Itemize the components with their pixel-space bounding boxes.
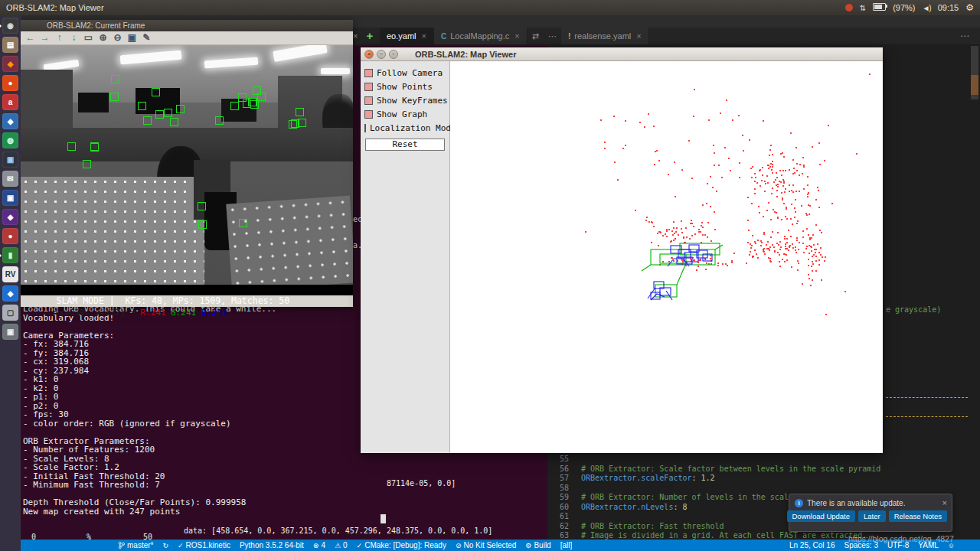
terminal-text-fragment: 0 xyxy=(31,533,36,540)
info-icon: i xyxy=(795,499,803,507)
map-3d-view[interactable] xyxy=(450,61,883,453)
launcher-icon-app-9[interactable]: ✉ xyxy=(2,171,18,187)
launcher-icon-dash[interactable]: ◉ xyxy=(2,18,18,34)
later-button[interactable]: Later xyxy=(858,510,886,522)
minimize-button[interactable]: − xyxy=(377,50,386,59)
code-fragment: e grayscale) xyxy=(886,305,941,314)
code-text: # ORB Extractor: Fast threshold xyxy=(581,522,724,532)
launcher-icon-pangolin[interactable]: ▮ xyxy=(2,247,18,263)
launcher-icon-app-10[interactable]: ▣ xyxy=(2,190,18,206)
map-viewer-titlebar[interactable]: × − ▫ ORB-SLAM2: Map Viewer xyxy=(361,47,883,61)
checkbox-follow-camera[interactable]: Follow Camera xyxy=(361,66,449,80)
tab-close-icon[interactable]: × xyxy=(422,31,426,41)
launcher-icon-app-11[interactable]: ◈ xyxy=(2,209,18,225)
pixel-coords: (x=639, y=127) ~ xyxy=(54,308,141,318)
status-item-0[interactable]: ⚠0 xyxy=(331,541,351,549)
launcher-icon-app-5[interactable]: a xyxy=(2,94,18,110)
status-item--all-[interactable]: [all] xyxy=(557,541,577,549)
pan-icon[interactable]: ▭ xyxy=(82,31,95,44)
status-item-cmake-debug-ready[interactable]: ✓CMake: [Debug]: Ready xyxy=(353,541,450,549)
tab-close-icon[interactable]: × xyxy=(636,31,641,41)
keyframe-graph xyxy=(450,61,883,453)
status-item-no-kit-selected[interactable]: ⊘No Kit Selected xyxy=(452,541,520,549)
tab-eo-yaml[interactable]: eo.yaml× xyxy=(380,28,434,44)
session-indicator-icon[interactable] xyxy=(845,4,853,11)
properties-icon[interactable]: ✎ xyxy=(140,31,153,44)
image-viewer-glyph: ▣ xyxy=(7,328,14,336)
notification-close-icon[interactable]: × xyxy=(942,498,947,507)
app-4-glyph: ● xyxy=(8,80,12,87)
launcher-icon-app-3[interactable]: ◆ xyxy=(2,56,18,72)
line-number: 58 xyxy=(549,484,569,494)
launcher-icon-app-4[interactable]: ● xyxy=(2,75,18,91)
launcher-icon-rviz[interactable]: RV xyxy=(2,266,18,282)
monitor xyxy=(78,93,109,112)
app-11-glyph: ◈ xyxy=(8,214,14,221)
launcher-icon-app-12[interactable]: ● xyxy=(2,228,18,244)
checkbox-show-graph[interactable]: Show Graph xyxy=(361,107,449,121)
app-9-glyph: ✉ xyxy=(7,175,13,183)
status-item-python-3-5-2-64-bit[interactable]: Python 3.5.2 64-bit xyxy=(236,541,308,549)
session-gear-icon[interactable]: ⚙ xyxy=(965,2,974,13)
current-frame-titlebar[interactable]: ORB-SLAM2: Current Frame xyxy=(21,20,353,31)
status-item-ln-25-col-16[interactable]: Ln 25, Col 16 xyxy=(786,541,839,549)
launcher-icon-files[interactable]: ▤ xyxy=(2,37,18,53)
add-file-icon[interactable]: + xyxy=(364,31,375,41)
split-editor-icon[interactable]: ⇄ xyxy=(528,31,544,41)
launcher-icon-gedit[interactable]: ▢ xyxy=(2,305,18,321)
current-frame-window: ORB-SLAM2: Current Frame ←→↑↓▭⊕⊖▣✎ xyxy=(21,20,353,306)
feature-marker xyxy=(111,75,119,83)
forward-icon[interactable]: → xyxy=(38,31,51,44)
tab-close-icon[interactable]: × xyxy=(514,31,519,41)
terminal-line: - cx: 319.068 xyxy=(23,357,276,367)
editor-more-icon[interactable]: ⋯ xyxy=(544,31,561,41)
battery-icon[interactable] xyxy=(873,3,886,12)
release-notes-button[interactable]: Release Notes xyxy=(889,510,947,522)
volume-icon[interactable]: ◄) xyxy=(922,4,930,12)
close-button[interactable]: × xyxy=(364,50,374,59)
zoom-out-icon[interactable]: ⊖ xyxy=(111,31,124,44)
terminal-line: - fx: 384.716 xyxy=(23,340,276,349)
notification-buttons: Download UpdateLaterRelease Notes xyxy=(789,510,952,522)
active-window-title: ORB-SLAM2: Map Viewer xyxy=(6,3,104,12)
terminal-text-fragment: % xyxy=(87,533,91,540)
pixel-blue: B:241 xyxy=(201,308,227,318)
status-item-master-[interactable]: master* xyxy=(114,541,157,549)
tab-localmapping-c[interactable]: CLocalMapping.c× xyxy=(434,28,528,44)
network-icon[interactable]: ⇅ xyxy=(860,4,866,12)
app-15-glyph: ◆ xyxy=(8,290,14,298)
checkbox-box xyxy=(364,110,373,119)
feature-marker xyxy=(249,98,257,106)
app-6-glyph: ◆ xyxy=(8,118,14,126)
launcher-icon-app-7[interactable]: ◍ xyxy=(2,132,18,148)
status-item[interactable]: ↻ xyxy=(158,542,172,549)
editor-group-more-icon[interactable]: ⋯ xyxy=(960,31,969,41)
down-icon[interactable]: ↓ xyxy=(67,31,80,44)
line-number: 59 xyxy=(549,493,569,503)
launcher-icon-app-8[interactable]: ▣ xyxy=(2,152,18,168)
maximize-button[interactable]: ▫ xyxy=(389,50,398,59)
checkbox-show-points[interactable]: Show Points xyxy=(361,80,449,93)
checkbox-localization-mode[interactable]: Localization Mode xyxy=(361,121,449,135)
zoom-in-icon[interactable]: ⊕ xyxy=(96,31,109,44)
feature-marker xyxy=(138,102,146,110)
reset-button[interactable]: Reset xyxy=(365,139,445,151)
tab-realsense-yaml[interactable]: !realsense.yaml× xyxy=(561,28,649,44)
launcher-icon-app-6[interactable]: ◆ xyxy=(2,113,18,129)
running-indicator xyxy=(0,253,2,259)
save-icon[interactable]: ▣ xyxy=(126,31,139,44)
launcher-icon-image-viewer[interactable]: ▣ xyxy=(2,324,18,340)
download-update-button[interactable]: Download Update xyxy=(787,510,856,522)
status-item-build[interactable]: ⚙Build xyxy=(521,541,554,549)
feature-marker xyxy=(296,108,304,116)
camera-view[interactable] xyxy=(21,45,353,285)
back-icon[interactable]: ← xyxy=(24,31,37,44)
status-item-4[interactable]: ⊗4 xyxy=(309,541,329,549)
editor-scrollbar[interactable] xyxy=(969,44,980,540)
launcher-icon-app-15[interactable]: ◆ xyxy=(2,285,18,302)
up-icon[interactable]: ↑ xyxy=(53,31,66,44)
status-item-ros1-kinetic[interactable]: ✓ROS1.kinetic xyxy=(174,541,234,549)
checkbox-show-keyframes[interactable]: Show KeyFrames xyxy=(361,93,449,107)
clock[interactable]: 09:15 xyxy=(938,3,959,12)
hidden-tab-close-icon[interactable]: × xyxy=(353,31,358,41)
